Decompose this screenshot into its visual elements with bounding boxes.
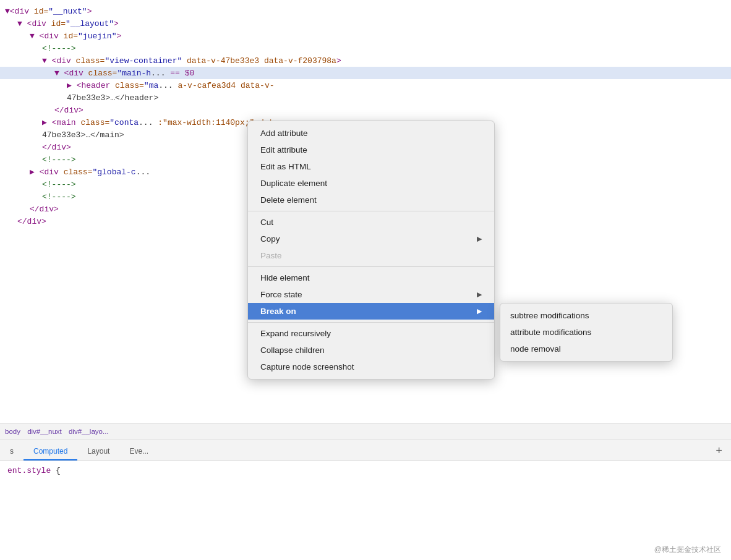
breadcrumb-nuxt[interactable]: div#__nuxt xyxy=(27,428,62,435)
menu-separator xyxy=(248,211,494,211)
menu-item-force-state[interactable]: Force state ▶ xyxy=(248,286,494,303)
menu-item-hide[interactable]: Hide element xyxy=(248,269,494,286)
menu-separator-3 xyxy=(248,322,494,323)
menu-item-break-on[interactable]: Break on ▶ xyxy=(248,303,494,320)
submenu-break-on: subtree modifications attribute modifica… xyxy=(500,303,673,362)
submenu-item-node-removal[interactable]: node removal xyxy=(500,341,672,357)
menu-item-edit-attribute[interactable]: Edit attribute xyxy=(248,142,494,158)
submenu-item-subtree[interactable]: subtree modifications xyxy=(500,307,672,324)
context-menu: Add attribute Edit attribute Edit as HTM… xyxy=(247,121,495,380)
css-panel: ent.style { xyxy=(0,461,731,560)
watermark: @稀土掘金技术社区 xyxy=(654,545,721,555)
menu-item-capture[interactable]: Capture node screenshot xyxy=(248,358,494,375)
menu-item-copy[interactable]: Copy ▶ xyxy=(248,231,494,247)
tab-computed[interactable]: Computed xyxy=(24,443,77,460)
code-line[interactable]: ▼ <div id= "juejin" > xyxy=(0,30,731,42)
menu-item-add-attribute[interactable]: Add attribute xyxy=(248,125,494,142)
code-line[interactable]: </div> xyxy=(0,104,731,116)
menu-item-collapse[interactable]: Collapse children xyxy=(248,342,494,358)
copy-arrow: ▶ xyxy=(477,235,482,243)
code-line[interactable]: <!----> xyxy=(0,42,731,54)
breadcrumb-bar: body div#__nuxt div#__layo... xyxy=(0,423,731,439)
force-state-arrow: ▶ xyxy=(477,291,482,299)
menu-item-paste: Paste xyxy=(248,247,494,264)
breadcrumb-layout[interactable]: div#__layo... xyxy=(69,428,109,435)
breadcrumb-body[interactable]: body xyxy=(5,428,20,435)
menu-item-duplicate[interactable]: Duplicate element xyxy=(248,175,494,192)
code-line-selected[interactable]: ▼ <div class= "main-h ... == $0 xyxy=(0,67,731,79)
code-line[interactable]: ▼ <div id= "__nuxt" > xyxy=(0,5,731,17)
code-line[interactable]: ▼ <div class= "view-container" data-v-47… xyxy=(0,54,731,67)
add-tab-button[interactable]: + xyxy=(707,442,731,460)
menu-item-expand[interactable]: Expand recursively xyxy=(248,325,494,342)
menu-item-cut[interactable]: Cut xyxy=(248,214,494,231)
code-line[interactable]: 47be33e3>…</header> xyxy=(0,91,731,104)
menu-separator-2 xyxy=(248,266,494,267)
submenu-item-attr-mod[interactable]: attribute modifications xyxy=(500,324,672,341)
tab-styles[interactable]: s xyxy=(0,443,24,460)
menu-item-delete[interactable]: Delete element xyxy=(248,192,494,208)
break-on-arrow: ▶ xyxy=(477,307,482,315)
tab-layout[interactable]: Layout xyxy=(77,443,119,460)
code-line[interactable]: ▼ <div id= "__layout" > xyxy=(0,17,731,30)
tab-event[interactable]: Eve... xyxy=(119,443,158,460)
tabs-bar: s Computed Layout Eve... + xyxy=(0,439,731,461)
code-line[interactable]: ▶ <header class= "ma ... a-v-cafea3d4 da… xyxy=(0,79,731,91)
menu-item-edit-html[interactable]: Edit as HTML xyxy=(248,158,494,175)
